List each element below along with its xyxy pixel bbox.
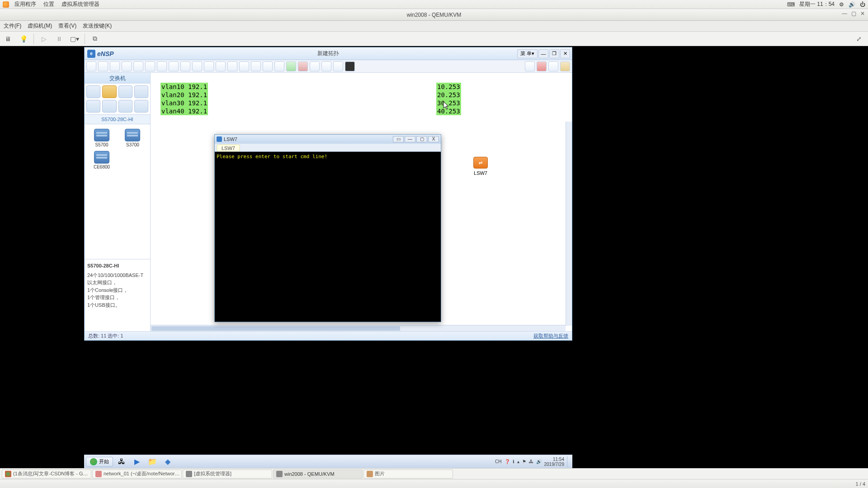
menu-vm[interactable]: 虚拟机(M) <box>28 22 52 30</box>
play-icon[interactable]: ▷ <box>38 33 49 44</box>
tray-info-icon[interactable]: ℹ <box>513 459 514 464</box>
cat-server-icon[interactable] <box>118 100 132 113</box>
cat-link-icon[interactable] <box>134 100 148 113</box>
tb-capture-icon[interactable] <box>310 61 320 71</box>
tb-print-icon[interactable] <box>145 61 155 71</box>
tb-save-icon[interactable] <box>122 61 132 71</box>
tb-help-icon[interactable] <box>560 61 570 71</box>
tb-select-icon[interactable] <box>180 61 190 71</box>
power-icon[interactable]: ⏻ <box>860 1 865 8</box>
tray-network-icon[interactable]: 🖧 <box>529 459 533 464</box>
taskbar-ensp-icon[interactable]: ◆ <box>161 456 175 467</box>
ensp-titlebar[interactable]: e eNSP 新建拓扑 菜 单▾ — ❐ ✕ <box>85 47 572 60</box>
tb-delete-icon[interactable] <box>204 61 214 71</box>
clock-label[interactable]: 星期一 11：54 <box>799 0 835 8</box>
tb-new-icon[interactable] <box>86 61 96 71</box>
tb-palette-icon[interactable] <box>216 61 226 71</box>
console-icon[interactable]: 🖥 <box>3 33 14 44</box>
device-s3700[interactable]: S3700 <box>119 129 146 147</box>
start-button[interactable]: 开始 <box>86 457 113 467</box>
ensp-close-button[interactable]: ✕ <box>560 49 570 58</box>
tb-huawei-icon[interactable] <box>537 61 547 71</box>
cat-pc-icon[interactable] <box>86 100 100 113</box>
tb-openfolder-icon[interactable] <box>110 61 120 71</box>
tb-chat-icon[interactable] <box>525 61 535 71</box>
taskbar-powershell-icon[interactable]: ▶ <box>130 456 144 467</box>
tb-text-icon[interactable] <box>227 61 237 71</box>
status-count: 总数: 11 选中: 1 <box>88 333 123 339</box>
tb-grid-icon[interactable] <box>333 61 343 71</box>
apps-menu[interactable]: 应用程序 <box>11 0 40 8</box>
lang-indicator[interactable]: CH <box>495 459 501 464</box>
console-maximize-button[interactable]: ▢ <box>416 136 427 142</box>
tb-stop-icon[interactable] <box>298 61 308 71</box>
tb-link-icon[interactable] <box>321 61 331 71</box>
device-s5700[interactable]: S5700 <box>88 129 115 147</box>
console-minimize-button[interactable]: — <box>405 136 415 142</box>
tb-pan-icon[interactable] <box>192 61 202 71</box>
tb-saveas-icon[interactable] <box>133 61 143 71</box>
cat-cloud-icon[interactable] <box>102 100 116 113</box>
canvas-device-lsw7[interactable]: ⇄ LSW7 <box>473 157 488 176</box>
keyboard-icon[interactable]: ⌨ <box>787 1 795 8</box>
task-vmm[interactable]: [虚拟系统管理器] <box>183 469 272 479</box>
tb-image-icon[interactable] <box>274 61 284 71</box>
menu-sendkeys[interactable]: 发送按键(K) <box>83 22 112 30</box>
canvas-scroll-v[interactable] <box>566 122 572 326</box>
tray-flag-icon[interactable]: ⚑ <box>522 459 526 464</box>
taskbar-explorer-icon[interactable]: 📁 <box>146 456 159 467</box>
network-icon[interactable]: ⚙ <box>839 1 844 8</box>
fullscreen-icon[interactable]: ⤢ <box>854 33 864 44</box>
cat-switch-icon[interactable] <box>102 85 116 98</box>
cat-wlan-icon[interactable] <box>118 85 132 98</box>
task-gedit[interactable]: network_01 (~/桌面/note/Networ… <box>92 469 182 479</box>
tb-redo-icon[interactable] <box>169 61 179 71</box>
tb-zoomin-icon[interactable] <box>251 61 261 71</box>
task-qemu[interactable]: win2008 - QEMU/KVM <box>273 469 363 479</box>
tb-note-icon[interactable] <box>239 61 249 71</box>
cat-router-icon[interactable] <box>86 85 100 98</box>
tray-sound-icon[interactable]: 🔊 <box>536 459 542 464</box>
snapshot-icon[interactable]: ⧉ <box>90 33 100 44</box>
info-icon[interactable]: 💡 <box>18 33 29 44</box>
ensp-minimize-button[interactable]: — <box>538 49 548 58</box>
ensp-menu-button[interactable]: 菜 单▾ <box>517 49 538 58</box>
pause-icon[interactable]: ⏸ <box>54 33 65 44</box>
maximize-button[interactable]: ▢ <box>850 10 857 18</box>
help-feedback-link[interactable]: 获取帮助与反馈 <box>533 333 568 339</box>
show-desktop[interactable] <box>567 456 571 467</box>
vm-display[interactable]: e eNSP 新建拓扑 菜 单▾ — ❐ ✕ <box>0 46 868 468</box>
workspace-indicator[interactable]: 1 / 4 <box>856 481 865 487</box>
tb-black-icon[interactable] <box>345 61 355 71</box>
taskbar-server-icon[interactable]: 🖧 <box>115 456 128 467</box>
tray-arrow-icon[interactable]: ▴ <box>517 459 519 464</box>
shutdown-dropdown[interactable]: ▢▾ <box>69 33 80 44</box>
tb-undo-icon[interactable] <box>157 61 167 71</box>
places-menu[interactable]: 位置 <box>40 0 58 8</box>
tray-help-icon[interactable]: ❓ <box>505 459 510 464</box>
console-logo-icon <box>217 136 222 142</box>
minimize-button[interactable]: ― <box>841 10 848 18</box>
menu-view[interactable]: 查看(V) <box>58 22 76 30</box>
console-close-button[interactable]: X <box>428 136 439 142</box>
menu-file[interactable]: 文件(F) <box>4 22 21 30</box>
cat-firewall-icon[interactable] <box>134 85 148 98</box>
console-titlebar[interactable]: LSW7 ▭ — ▢ X <box>215 135 441 144</box>
ensp-maximize-button[interactable]: ❐ <box>549 49 559 58</box>
canvas-scroll-h[interactable] <box>151 325 566 331</box>
close-button[interactable]: ✕ <box>859 10 866 18</box>
vmm-menu[interactable]: 虚拟系统管理器 <box>58 0 103 8</box>
console-pin-button[interactable]: ▭ <box>393 136 404 142</box>
volume-icon[interactable]: 🔊 <box>849 1 855 8</box>
task-chrome[interactable]: (1条消息)写文章-CSDN博客 - G… <box>2 469 91 479</box>
tb-start-icon[interactable] <box>286 61 296 71</box>
tb-zoomout-icon[interactable] <box>263 61 273 71</box>
console-output[interactable]: Please press enter to start cmd line! <box>215 152 441 161</box>
device-ce6800[interactable]: CE6800 <box>88 151 115 169</box>
tb-open-icon[interactable] <box>98 61 108 71</box>
tb-settings-icon[interactable] <box>548 61 558 71</box>
console-tab-lsw7[interactable]: LSW7 <box>217 144 240 151</box>
lsw7-console-window[interactable]: LSW7 ▭ — ▢ X LSW7 Please press enter to … <box>214 134 441 322</box>
task-image[interactable]: 图片 <box>363 469 453 479</box>
windows-clock[interactable]: 11:54 2019/7/29 <box>544 457 565 467</box>
